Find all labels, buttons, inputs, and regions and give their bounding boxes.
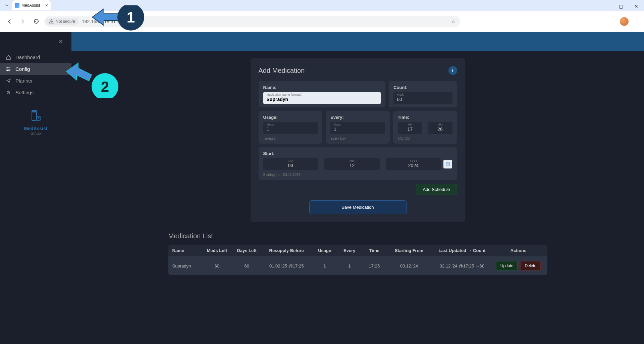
- address-bar[interactable]: Not secure 192.168.1.18:3119 ☆: [44, 16, 460, 27]
- td-actions: Update Delete: [493, 261, 543, 271]
- sidebar-item-dashboard[interactable]: Dashboard: [0, 51, 71, 63]
- start-yyyy-sublabel: YYYY: [409, 159, 417, 162]
- add-schedule-button[interactable]: Add Schedule: [416, 184, 457, 195]
- sidebar-item-label: Settings: [15, 90, 34, 95]
- nav-forward-icon[interactable]: [17, 16, 28, 27]
- count-label: Count:: [393, 85, 452, 90]
- start-dd-sublabel: DD: [288, 159, 293, 162]
- calendar-icon: [445, 162, 450, 166]
- tab-favicon-icon: [15, 3, 19, 8]
- time-hh-sublabel: HH: [408, 123, 412, 126]
- th-usage: Usage: [311, 248, 338, 253]
- sidebar-item-label: Config: [15, 66, 30, 72]
- count-box: Count: Meds: [389, 81, 457, 107]
- time-hint: @17:26: [398, 137, 452, 140]
- every-label: Every:: [330, 115, 385, 120]
- tab-search-chevron-icon[interactable]: [3, 1, 11, 9]
- start-mm-sublabel: MM: [350, 159, 355, 162]
- svg-rect-11: [32, 110, 37, 112]
- every-hint: Every Day: [330, 137, 385, 140]
- th-name: Name: [172, 248, 202, 253]
- svg-point-9: [8, 92, 9, 93]
- th-starting: Starting From: [387, 248, 430, 253]
- sidebar-top: ✕: [0, 32, 71, 51]
- save-medication-button[interactable]: Save Medication: [309, 200, 407, 214]
- th-every: Every: [338, 248, 361, 253]
- svg-point-1: [51, 22, 51, 22]
- security-chip[interactable]: Not secure: [46, 18, 78, 25]
- start-label: Start:: [263, 151, 452, 156]
- url-text: 192.168.1.18:3119: [78, 19, 121, 24]
- sidebar: ✕ Dashboard Config Planner Settings: [0, 32, 71, 344]
- time-label: Time:: [398, 115, 452, 120]
- tab-bar: MedAssist ×: [0, 0, 644, 11]
- browser-menu-icon[interactable]: ⋮: [634, 18, 640, 25]
- svg-rect-15: [446, 163, 449, 166]
- td-usage: 1: [311, 263, 338, 268]
- every-sublabel: Days: [334, 123, 341, 126]
- sidebar-item-planner[interactable]: Planner: [0, 75, 71, 87]
- usage-box: Usage: Meds Taking 1: [259, 111, 323, 144]
- th-days-left: Days Left: [232, 248, 262, 253]
- th-actions: Actions: [493, 248, 543, 253]
- table-row: Supradyn 60 60 01.02.'25 @17:25 1 1 17:2…: [168, 256, 547, 275]
- nav-reload-icon[interactable]: [31, 16, 42, 27]
- panel-title: Add Medication: [259, 67, 305, 75]
- svg-point-7: [7, 70, 8, 71]
- sidebar-item-settings[interactable]: Settings: [0, 87, 71, 98]
- tab-title: MedAssist: [21, 3, 40, 8]
- date-separator: .: [321, 162, 322, 166]
- th-resupply: Resupply Before: [262, 248, 311, 253]
- start-hint: Starting from 03.12.2024: [263, 173, 452, 177]
- sidebar-close-icon[interactable]: ✕: [58, 38, 63, 45]
- brand: MedAssist github: [0, 108, 71, 135]
- time-mm-sublabel: MM: [437, 123, 442, 126]
- time-box: Time: HH : MM @17:26: [393, 111, 457, 144]
- nav-back-icon[interactable]: [4, 16, 15, 27]
- td-every: 1: [338, 263, 361, 268]
- medication-table: Name Meds Left Days Left Resupply Before…: [168, 245, 547, 275]
- sidebar-item-config[interactable]: Config: [0, 63, 71, 75]
- count-sublabel: Meds: [397, 93, 404, 96]
- tab-close-icon[interactable]: ×: [45, 3, 48, 8]
- sidebar-item-label: Planner: [15, 78, 33, 84]
- svg-point-3: [7, 67, 8, 68]
- bookmark-star-icon[interactable]: ☆: [451, 18, 459, 24]
- delete-button[interactable]: Delete: [520, 261, 541, 271]
- name-label: Name:: [263, 85, 381, 90]
- window-close-icon[interactable]: ✕: [631, 1, 641, 11]
- td-resupply: 01.02.'25 @17:25: [262, 263, 311, 268]
- window-maximize-icon[interactable]: ▢: [616, 1, 626, 11]
- update-button[interactable]: Update: [496, 261, 518, 271]
- svg-point-5: [9, 68, 10, 69]
- brand-logo-icon: [0, 108, 71, 123]
- brand-name: MedAssist: [0, 126, 71, 131]
- topbar: [71, 32, 644, 51]
- name-placeholder-label: Medication Name (Unique): [267, 93, 303, 96]
- td-updated: 02.12.'24 @17:25 →60: [431, 263, 494, 268]
- browser-tab[interactable]: MedAssist ×: [12, 0, 51, 10]
- window-minimize-icon[interactable]: —: [600, 1, 610, 11]
- warning-icon: [49, 19, 54, 24]
- content: Add Medication i Name: Medication Name (…: [71, 51, 644, 282]
- browser-chrome: MedAssist × — ▢ ✕ Not secure 192.168.1.1…: [0, 0, 644, 32]
- td-meds-left: 60: [202, 263, 232, 268]
- calendar-button[interactable]: [443, 160, 452, 168]
- sidebar-item-label: Dashboard: [15, 54, 40, 60]
- add-medication-panel: Add Medication i Name: Medication Name (…: [251, 58, 465, 222]
- th-time: Time: [361, 248, 387, 253]
- td-name: Supradyn: [172, 263, 202, 268]
- home-icon: [5, 54, 11, 60]
- name-box: Name: Medication Name (Unique): [259, 81, 386, 107]
- usage-hint: Taking 1: [263, 137, 318, 140]
- window-controls: — ▢ ✕: [600, 1, 641, 11]
- th-meds-left: Meds Left: [202, 248, 232, 253]
- gear-icon: [5, 90, 11, 96]
- browser-toolbar: Not secure 192.168.1.18:3119 ☆ ⋮: [0, 11, 644, 32]
- toolbar-right: ⋮: [620, 17, 640, 26]
- td-time: 17:25: [361, 263, 387, 268]
- info-button[interactable]: i: [448, 66, 457, 75]
- profile-avatar-icon[interactable]: [620, 17, 629, 26]
- list-title: Medication List: [168, 232, 547, 240]
- td-starting: 03.12.'24: [387, 263, 430, 268]
